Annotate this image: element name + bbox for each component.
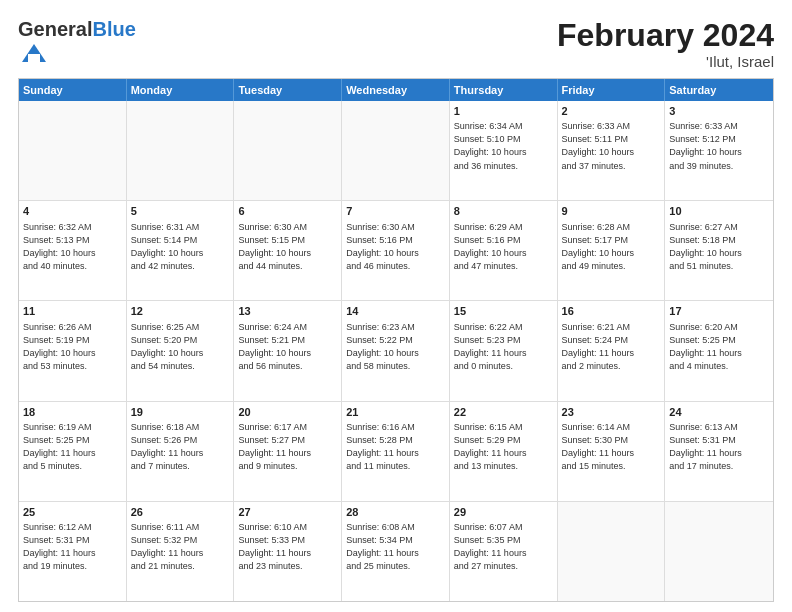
- day-info: Sunrise: 6:11 AM Sunset: 5:32 PM Dayligh…: [131, 521, 230, 573]
- day-info: Sunrise: 6:30 AM Sunset: 5:15 PM Dayligh…: [238, 221, 337, 273]
- day-info: Sunrise: 6:34 AM Sunset: 5:10 PM Dayligh…: [454, 120, 553, 172]
- calendar-header: Sunday Monday Tuesday Wednesday Thursday…: [19, 79, 773, 101]
- day-number: 22: [454, 405, 553, 420]
- day-info: Sunrise: 6:14 AM Sunset: 5:30 PM Dayligh…: [562, 421, 661, 473]
- day-info: Sunrise: 6:32 AM Sunset: 5:13 PM Dayligh…: [23, 221, 122, 273]
- day-number: 24: [669, 405, 769, 420]
- day-info: Sunrise: 6:16 AM Sunset: 5:28 PM Dayligh…: [346, 421, 445, 473]
- calendar-cell: 26Sunrise: 6:11 AM Sunset: 5:32 PM Dayli…: [127, 502, 235, 601]
- day-number: 16: [562, 304, 661, 319]
- calendar-cell: 16Sunrise: 6:21 AM Sunset: 5:24 PM Dayli…: [558, 301, 666, 400]
- day-number: 26: [131, 505, 230, 520]
- header-sunday: Sunday: [19, 79, 127, 101]
- day-info: Sunrise: 6:19 AM Sunset: 5:25 PM Dayligh…: [23, 421, 122, 473]
- day-number: 9: [562, 204, 661, 219]
- day-info: Sunrise: 6:21 AM Sunset: 5:24 PM Dayligh…: [562, 321, 661, 373]
- calendar-cell: 14Sunrise: 6:23 AM Sunset: 5:22 PM Dayli…: [342, 301, 450, 400]
- header-wednesday: Wednesday: [342, 79, 450, 101]
- header-tuesday: Tuesday: [234, 79, 342, 101]
- day-number: 12: [131, 304, 230, 319]
- day-number: 14: [346, 304, 445, 319]
- calendar-cell: 29Sunrise: 6:07 AM Sunset: 5:35 PM Dayli…: [450, 502, 558, 601]
- calendar-cell: 11Sunrise: 6:26 AM Sunset: 5:19 PM Dayli…: [19, 301, 127, 400]
- day-number: 15: [454, 304, 553, 319]
- day-info: Sunrise: 6:30 AM Sunset: 5:16 PM Dayligh…: [346, 221, 445, 273]
- day-info: Sunrise: 6:24 AM Sunset: 5:21 PM Dayligh…: [238, 321, 337, 373]
- day-info: Sunrise: 6:33 AM Sunset: 5:12 PM Dayligh…: [669, 120, 769, 172]
- day-info: Sunrise: 6:33 AM Sunset: 5:11 PM Dayligh…: [562, 120, 661, 172]
- day-number: 5: [131, 204, 230, 219]
- header-monday: Monday: [127, 79, 235, 101]
- day-info: Sunrise: 6:29 AM Sunset: 5:16 PM Dayligh…: [454, 221, 553, 273]
- day-number: 10: [669, 204, 769, 219]
- day-info: Sunrise: 6:15 AM Sunset: 5:29 PM Dayligh…: [454, 421, 553, 473]
- calendar-cell: 17Sunrise: 6:20 AM Sunset: 5:25 PM Dayli…: [665, 301, 773, 400]
- calendar-cell: 2Sunrise: 6:33 AM Sunset: 5:11 PM Daylig…: [558, 101, 666, 200]
- calendar-week-1: 4Sunrise: 6:32 AM Sunset: 5:13 PM Daylig…: [19, 201, 773, 301]
- logo: GeneralBlue: [18, 18, 136, 72]
- day-number: 4: [23, 204, 122, 219]
- day-number: 19: [131, 405, 230, 420]
- page: GeneralBlue February 2024 'Ilut, Israel …: [0, 0, 792, 612]
- calendar-cell: 9Sunrise: 6:28 AM Sunset: 5:17 PM Daylig…: [558, 201, 666, 300]
- day-number: 25: [23, 505, 122, 520]
- day-info: Sunrise: 6:13 AM Sunset: 5:31 PM Dayligh…: [669, 421, 769, 473]
- calendar-cell: [234, 101, 342, 200]
- calendar-cell: 8Sunrise: 6:29 AM Sunset: 5:16 PM Daylig…: [450, 201, 558, 300]
- calendar-cell: 20Sunrise: 6:17 AM Sunset: 5:27 PM Dayli…: [234, 402, 342, 501]
- day-info: Sunrise: 6:18 AM Sunset: 5:26 PM Dayligh…: [131, 421, 230, 473]
- calendar-cell: 6Sunrise: 6:30 AM Sunset: 5:15 PM Daylig…: [234, 201, 342, 300]
- calendar-cell: 23Sunrise: 6:14 AM Sunset: 5:30 PM Dayli…: [558, 402, 666, 501]
- calendar-cell: 4Sunrise: 6:32 AM Sunset: 5:13 PM Daylig…: [19, 201, 127, 300]
- calendar-cell: [665, 502, 773, 601]
- day-number: 13: [238, 304, 337, 319]
- calendar-cell: [558, 502, 666, 601]
- day-number: 11: [23, 304, 122, 319]
- day-number: 1: [454, 104, 553, 119]
- day-number: 29: [454, 505, 553, 520]
- day-number: 28: [346, 505, 445, 520]
- day-info: Sunrise: 6:17 AM Sunset: 5:27 PM Dayligh…: [238, 421, 337, 473]
- header-friday: Friday: [558, 79, 666, 101]
- title-block: February 2024 'Ilut, Israel: [557, 18, 774, 70]
- day-number: 6: [238, 204, 337, 219]
- calendar-body: 1Sunrise: 6:34 AM Sunset: 5:10 PM Daylig…: [19, 101, 773, 601]
- header-saturday: Saturday: [665, 79, 773, 101]
- logo-text: GeneralBlue: [18, 18, 136, 40]
- calendar-cell: 5Sunrise: 6:31 AM Sunset: 5:14 PM Daylig…: [127, 201, 235, 300]
- calendar-cell: 22Sunrise: 6:15 AM Sunset: 5:29 PM Dayli…: [450, 402, 558, 501]
- calendar-cell: 10Sunrise: 6:27 AM Sunset: 5:18 PM Dayli…: [665, 201, 773, 300]
- calendar-cell: 13Sunrise: 6:24 AM Sunset: 5:21 PM Dayli…: [234, 301, 342, 400]
- day-info: Sunrise: 6:23 AM Sunset: 5:22 PM Dayligh…: [346, 321, 445, 373]
- calendar-cell: 15Sunrise: 6:22 AM Sunset: 5:23 PM Dayli…: [450, 301, 558, 400]
- day-info: Sunrise: 6:08 AM Sunset: 5:34 PM Dayligh…: [346, 521, 445, 573]
- day-info: Sunrise: 6:20 AM Sunset: 5:25 PM Dayligh…: [669, 321, 769, 373]
- calendar-cell: 28Sunrise: 6:08 AM Sunset: 5:34 PM Dayli…: [342, 502, 450, 601]
- calendar-cell: 7Sunrise: 6:30 AM Sunset: 5:16 PM Daylig…: [342, 201, 450, 300]
- logo-general: General: [18, 18, 92, 40]
- day-info: Sunrise: 6:07 AM Sunset: 5:35 PM Dayligh…: [454, 521, 553, 573]
- calendar-cell: [342, 101, 450, 200]
- calendar-cell: 3Sunrise: 6:33 AM Sunset: 5:12 PM Daylig…: [665, 101, 773, 200]
- day-info: Sunrise: 6:31 AM Sunset: 5:14 PM Dayligh…: [131, 221, 230, 273]
- svg-rect-1: [28, 54, 40, 62]
- day-info: Sunrise: 6:12 AM Sunset: 5:31 PM Dayligh…: [23, 521, 122, 573]
- day-number: 2: [562, 104, 661, 119]
- logo-icon: [20, 40, 48, 68]
- calendar-week-3: 18Sunrise: 6:19 AM Sunset: 5:25 PM Dayli…: [19, 402, 773, 502]
- header: GeneralBlue February 2024 'Ilut, Israel: [18, 18, 774, 72]
- day-info: Sunrise: 6:25 AM Sunset: 5:20 PM Dayligh…: [131, 321, 230, 373]
- calendar-cell: 18Sunrise: 6:19 AM Sunset: 5:25 PM Dayli…: [19, 402, 127, 501]
- day-number: 23: [562, 405, 661, 420]
- title-month: February 2024: [557, 18, 774, 53]
- day-info: Sunrise: 6:28 AM Sunset: 5:17 PM Dayligh…: [562, 221, 661, 273]
- calendar-week-0: 1Sunrise: 6:34 AM Sunset: 5:10 PM Daylig…: [19, 101, 773, 201]
- day-info: Sunrise: 6:10 AM Sunset: 5:33 PM Dayligh…: [238, 521, 337, 573]
- day-number: 3: [669, 104, 769, 119]
- calendar-cell: 27Sunrise: 6:10 AM Sunset: 5:33 PM Dayli…: [234, 502, 342, 601]
- logo-blue: Blue: [92, 18, 135, 40]
- day-number: 7: [346, 204, 445, 219]
- day-number: 27: [238, 505, 337, 520]
- calendar: Sunday Monday Tuesday Wednesday Thursday…: [18, 78, 774, 602]
- day-info: Sunrise: 6:26 AM Sunset: 5:19 PM Dayligh…: [23, 321, 122, 373]
